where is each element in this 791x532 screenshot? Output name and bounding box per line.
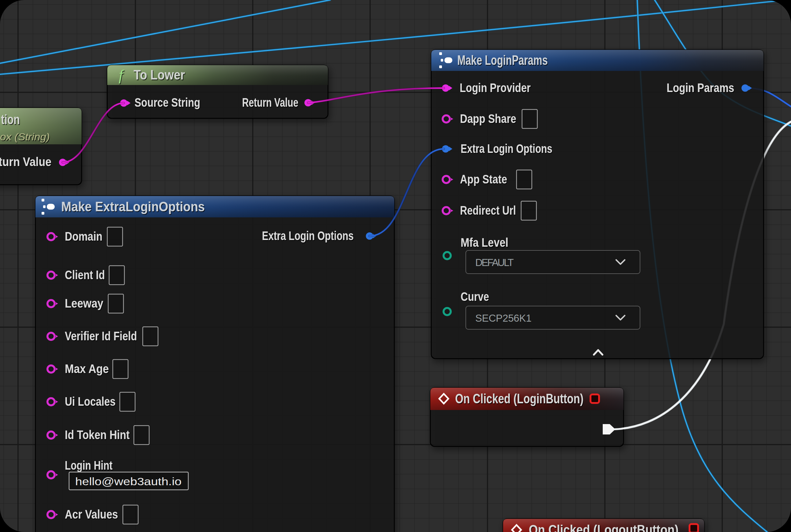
svg-text:Ui Locales: Ui Locales	[65, 394, 116, 408]
svg-text:Client Id: Client Id	[65, 268, 105, 282]
svg-text:DEFAULT: DEFAULT	[475, 257, 514, 268]
svg-text:Extra Login Options: Extra Login Options	[461, 141, 552, 156]
svg-text:SECP256K1: SECP256K1	[475, 312, 532, 324]
svg-text:Mfa Level: Mfa Level	[461, 235, 508, 249]
svg-text:Curve: Curve	[461, 289, 489, 304]
svg-text:Extra Login Options: Extra Login Options	[262, 229, 354, 243]
svg-text:Make ExtraLoginOptions: Make ExtraLoginOptions	[61, 199, 205, 214]
svg-text:App State: App State	[460, 172, 507, 186]
svg-text:Make LoginParams: Make LoginParams	[457, 52, 548, 68]
svg-text:Source String: Source String	[134, 95, 200, 110]
svg-text:Redirect Url: Redirect Url	[460, 203, 516, 217]
svg-text:ƒ: ƒ	[117, 67, 125, 83]
svg-text:Leeway: Leeway	[65, 296, 103, 310]
svg-text:Acr Values: Acr Values	[65, 507, 118, 521]
svg-text:Return Value: Return Value	[0, 155, 51, 169]
svg-text:On Clicked (LoginButton): On Clicked (LoginButton)	[455, 391, 583, 406]
svg-text:Verifier Id Field: Verifier Id Field	[65, 329, 137, 343]
svg-text:To Lower: To Lower	[134, 67, 185, 82]
svg-text:Dapp Share: Dapp Share	[460, 112, 516, 126]
svg-text:On Clicked (LogoutButton): On Clicked (LogoutButton)	[529, 522, 678, 532]
svg-text:Id Token Hint: Id Token Hint	[65, 428, 130, 442]
svg-text:Domain: Domain	[65, 229, 102, 243]
svg-text:ox (String): ox (String)	[0, 131, 50, 142]
svg-text:Max Age: Max Age	[65, 362, 109, 376]
svg-text:Return Value: Return Value	[242, 95, 298, 110]
svg-text:Login Hint: Login Hint	[65, 458, 113, 472]
svg-text:tion: tion	[1, 112, 20, 127]
svg-text:Login Provider: Login Provider	[460, 81, 530, 95]
svg-text:hello@web3auth.io: hello@web3auth.io	[75, 475, 181, 487]
svg-text:Login Params: Login Params	[667, 81, 734, 95]
